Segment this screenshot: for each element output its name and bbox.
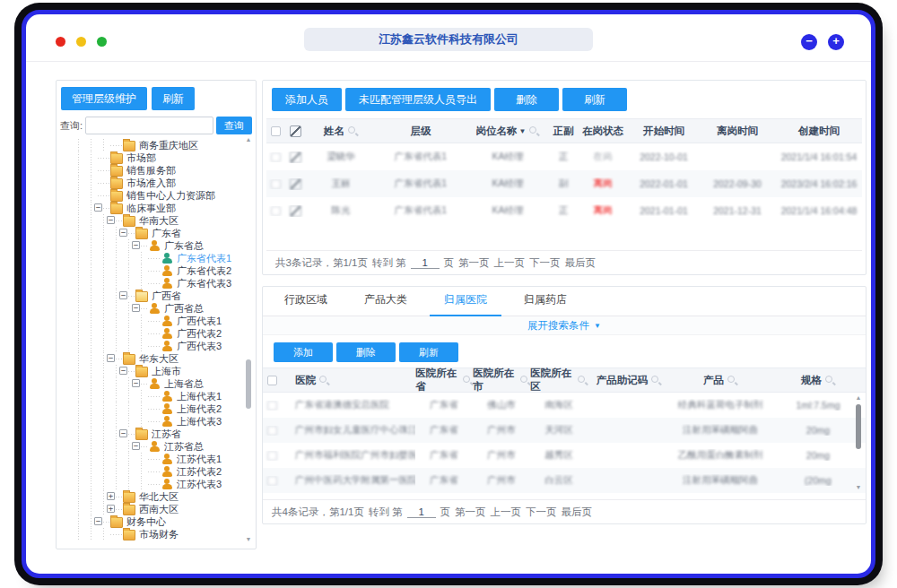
tree-node[interactable]: −财务中心 <box>60 515 241 528</box>
collapse-toggle-icon[interactable]: − <box>132 442 140 450</box>
search-icon[interactable] <box>463 376 473 385</box>
delete-hospital-button[interactable]: 删除 <box>336 342 396 362</box>
expand-search-link[interactable]: 展开搜索条件 ▼ <box>527 319 601 333</box>
collapse-toggle-icon[interactable]: − <box>94 203 102 212</box>
collapse-toggle-icon[interactable]: − <box>132 379 140 387</box>
delete-person-button[interactable]: 删除 <box>494 88 559 111</box>
edit-row-icon[interactable] <box>290 205 301 217</box>
collapse-toggle-icon[interactable]: − <box>132 241 140 249</box>
close-window-icon[interactable] <box>56 37 65 47</box>
search-icon[interactable] <box>529 126 539 136</box>
add-hospital-button[interactable]: 添加 <box>274 342 333 362</box>
collapse-toggle-icon[interactable]: − <box>107 216 115 224</box>
row-checkbox[interactable] <box>271 206 281 216</box>
hospital-scrollbar-thumb[interactable] <box>856 404 861 449</box>
zoom-in-button[interactable]: + <box>828 34 844 50</box>
refresh-hospital-button[interactable]: 刷新 <box>399 342 458 362</box>
next-page-link[interactable]: 下一页 <box>529 256 561 270</box>
tree-scrollbar[interactable]: ▲ ▼ <box>243 136 254 543</box>
personnel-row[interactable]: 王丽广东省代表1KA经理副离岗2022-01-012022-09-302023/… <box>266 170 862 197</box>
tab-1[interactable]: 产品大类 <box>362 292 409 316</box>
tree-node[interactable]: 江苏代表3 <box>60 478 241 490</box>
tab-3[interactable]: 归属药店 <box>522 292 569 316</box>
scroll-down-icon[interactable]: ▼ <box>856 484 862 491</box>
scroll-up-icon[interactable]: ▲ <box>856 394 862 402</box>
prev-page-link[interactable]: 上一页 <box>491 506 522 519</box>
hospital-row[interactable]: 广州市福利医院广州市妇婴医院分院广东省广州市越秀区乙酰用蛋白酶素制剂20mg <box>263 443 866 468</box>
page-number-input[interactable]: 1 <box>411 257 440 269</box>
tree-node[interactable]: 上海代表2 <box>60 402 241 415</box>
maximize-window-icon[interactable] <box>97 37 107 47</box>
last-page-link[interactable]: 最后页 <box>565 256 597 270</box>
collapse-toggle-icon[interactable]: − <box>107 354 115 362</box>
expand-toggle-icon[interactable]: + <box>107 505 115 513</box>
edit-row-icon[interactable] <box>290 178 301 190</box>
tree-node[interactable]: 上海代表1 <box>60 390 241 402</box>
search-icon[interactable] <box>727 376 737 385</box>
first-page-link[interactable]: 第一页 <box>458 256 490 270</box>
tree-node[interactable]: 市场准入部 <box>60 177 241 189</box>
search-icon[interactable] <box>825 376 835 385</box>
row-checkbox[interactable] <box>267 476 277 486</box>
row-checkbox[interactable] <box>267 426 277 436</box>
tree-node[interactable]: −广东省 <box>60 227 241 239</box>
tree-node[interactable]: 广东省代表1 <box>60 252 241 264</box>
personnel-row[interactable]: 梁晓华广东省代表1KA经理正在岗2022-10-012021/1/4 16:01… <box>266 143 862 170</box>
tree-node[interactable]: 江苏代表2 <box>60 465 241 478</box>
tree-node[interactable]: 广西代表1 <box>60 315 241 327</box>
tree-scrollbar-thumb[interactable] <box>246 359 251 409</box>
search-icon[interactable] <box>348 126 358 136</box>
row-checkbox[interactable] <box>267 401 277 411</box>
refresh-personnel-button[interactable]: 刷新 <box>562 88 627 111</box>
refresh-tree-button[interactable]: 刷新 <box>152 87 195 110</box>
tree-node[interactable]: 广东省代表3 <box>60 277 241 290</box>
add-person-button[interactable]: 添加人员 <box>272 88 342 111</box>
scroll-down-icon[interactable]: ▼ <box>246 536 252 543</box>
edit-row-icon[interactable] <box>290 151 301 163</box>
manage-level-button[interactable]: 管理层级维护 <box>61 87 147 110</box>
next-page-link[interactable]: 下一页 <box>526 506 557 519</box>
tree-node[interactable]: 广西代表2 <box>60 327 241 340</box>
last-page-link[interactable]: 最后页 <box>562 506 593 519</box>
export-unmatched-button[interactable]: 未匹配管理层级人员导出 <box>345 88 491 111</box>
sort-desc-icon[interactable]: ▼ <box>519 127 527 135</box>
collapse-toggle-icon[interactable]: − <box>119 367 127 375</box>
tree-node[interactable]: −江苏省 <box>60 428 241 440</box>
first-page-link[interactable]: 第一页 <box>455 506 486 519</box>
search-input[interactable] <box>85 117 213 134</box>
hospital-table-scrollbar[interactable]: ▲ ▼ <box>853 394 864 491</box>
tree-node[interactable]: 商务重庆地区 <box>60 139 241 151</box>
row-checkbox[interactable] <box>267 451 277 461</box>
tree-node[interactable]: +华北大区 <box>60 490 241 503</box>
search-icon[interactable] <box>319 376 329 385</box>
collapse-toggle-icon[interactable]: − <box>119 229 127 237</box>
collapse-toggle-icon[interactable]: − <box>132 304 140 312</box>
search-icon[interactable] <box>651 376 661 385</box>
tree-node[interactable]: 市场财务 <box>60 528 241 540</box>
tree-node[interactable]: −广东省总 <box>60 239 241 252</box>
tab-2[interactable]: 归属医院 <box>442 292 489 316</box>
tree-node[interactable]: 广东省代表2 <box>60 264 241 277</box>
search-icon[interactable] <box>520 376 530 385</box>
tree-node[interactable]: 广西代表3 <box>60 340 241 352</box>
search-icon[interactable] <box>578 376 588 385</box>
scroll-up-icon[interactable]: ▲ <box>246 136 252 143</box>
tree-node[interactable]: 江苏代表1 <box>60 453 241 465</box>
tree-node[interactable]: −上海省总 <box>60 377 241 390</box>
tree-node[interactable]: −临床事业部 <box>60 202 241 214</box>
expand-toggle-icon[interactable]: + <box>107 492 115 500</box>
personnel-row[interactable]: 陈光广东省代表1KA经理正离岗2021-01-012021-12-312021/… <box>266 197 862 224</box>
hospital-row[interactable]: 广州市妇女儿童医疗中心珠江新城广东省广州市天河区注射用苯磺顺阿曲20mg <box>263 418 866 443</box>
hospital-row[interactable]: 广州中医药大学附属第一医院广东省广州市白云区注射用苯磺顺阿曲(20mg <box>263 468 866 493</box>
page-number-input[interactable]: 1 <box>407 506 436 518</box>
collapse-toggle-icon[interactable]: − <box>119 429 127 437</box>
row-checkbox[interactable] <box>271 179 281 189</box>
tree-node[interactable]: 销售中心人力资源部 <box>60 189 241 202</box>
collapse-toggle-icon[interactable]: − <box>94 517 102 525</box>
tree-node[interactable]: −华东大区 <box>60 352 241 365</box>
tree-node[interactable]: +西南大区 <box>60 503 241 515</box>
search-button[interactable]: 查询 <box>216 117 252 134</box>
zoom-out-button[interactable]: − <box>801 34 817 50</box>
prev-page-link[interactable]: 上一页 <box>494 256 526 270</box>
collapse-toggle-icon[interactable]: − <box>119 291 127 299</box>
